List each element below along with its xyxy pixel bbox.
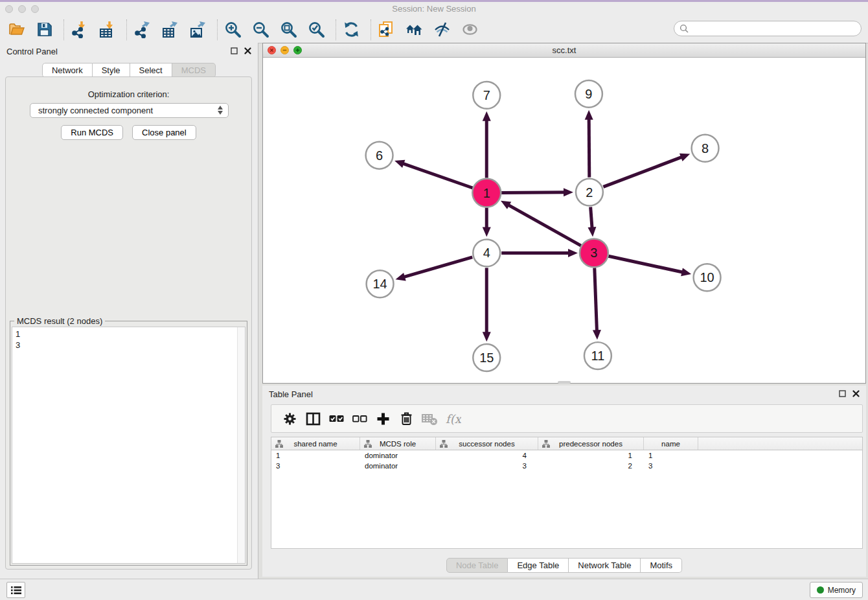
edge-arrow-4-15 <box>483 332 491 341</box>
mcds-result-text: 1 3 <box>12 327 245 352</box>
export-table-icon[interactable] <box>160 20 179 40</box>
cell-MCDS-role[interactable]: dominator <box>360 450 436 461</box>
cell-name[interactable]: 1 <box>644 450 698 461</box>
tab-network[interactable]: Network <box>42 63 93 78</box>
edge-arrow-1-6 <box>394 160 405 168</box>
tab-motifs[interactable]: Motifs <box>641 558 682 573</box>
close-panel-button[interactable]: Close panel <box>132 125 196 140</box>
mcds-result-area[interactable]: 1 3 <box>12 327 246 564</box>
table-row-1[interactable]: 1dominator411 <box>271 450 862 461</box>
tab-style[interactable]: Style <box>93 63 130 78</box>
zoom-in-icon[interactable] <box>223 20 242 40</box>
edge-arrow-3-10 <box>681 268 691 277</box>
tab-network-table[interactable]: Network Table <box>569 558 641 573</box>
function-builder-icon: f(x) <box>441 409 464 428</box>
edge-2-9[interactable] <box>589 119 589 178</box>
tab-select[interactable]: Select <box>130 63 172 78</box>
column-header-successor-nodes[interactable]: successor nodes <box>436 437 538 450</box>
result-scrollbar[interactable] <box>237 327 245 563</box>
table-row-2[interactable]: 3dominator323 <box>271 461 862 471</box>
import-network-icon[interactable] <box>69 20 89 40</box>
edge-3-11[interactable] <box>595 268 597 331</box>
graph-node-1[interactable]: 1 <box>472 179 501 207</box>
edge-3-10[interactable] <box>608 256 683 272</box>
splitter-handle[interactable] <box>558 381 571 384</box>
status-bar: Memory <box>0 579 868 600</box>
float-panel-icon[interactable] <box>231 47 238 54</box>
cell-successor-nodes[interactable]: 4 <box>436 450 538 461</box>
graph-node-11[interactable]: 11 <box>584 342 611 369</box>
column-header-shared-name[interactable]: shared name <box>271 437 360 450</box>
graph-node-3[interactable]: 3 <box>580 238 608 267</box>
network-view-window: scc.txt 7968124314101511 <box>262 43 866 384</box>
zoom-selected-icon[interactable] <box>306 20 326 40</box>
add-column-icon[interactable] <box>371 409 394 428</box>
control-panel-title: Control Panel <box>6 47 58 56</box>
dropdown-stepper-icon <box>218 106 223 115</box>
edge-arrow-1-2 <box>564 188 573 196</box>
column-header-MCDS-role[interactable]: MCDS role <box>360 437 436 450</box>
network-canvas[interactable]: 7968124314101511 <box>263 58 865 383</box>
edge-3-1[interactable] <box>508 205 581 246</box>
application-window: Session: New Session Control Panel Netwo… <box>0 0 868 600</box>
float-table-panel-icon[interactable] <box>839 390 846 397</box>
select-all-icon[interactable] <box>325 409 348 428</box>
export-network-icon[interactable] <box>132 20 152 40</box>
graph-node-6[interactable]: 6 <box>366 142 393 169</box>
edge-1-6[interactable] <box>402 163 472 188</box>
cell-name[interactable]: 3 <box>644 461 698 471</box>
control-panel: Control Panel NetworkStyleSelectMCDS Opt… <box>0 43 258 579</box>
tab-node-table[interactable]: Node Table <box>446 558 508 573</box>
search-box[interactable] <box>674 21 862 36</box>
graph-node-14[interactable]: 14 <box>367 270 394 297</box>
hide-selected-icon[interactable] <box>432 20 451 40</box>
run-mcds-button[interactable]: Run MCDS <box>61 125 123 140</box>
criterion-dropdown[interactable]: strongly connected component <box>30 103 229 118</box>
search-input[interactable] <box>689 22 861 35</box>
memory-button[interactable]: Memory <box>810 582 863 598</box>
column-header-name[interactable]: name <box>644 437 698 450</box>
task-manager-button[interactable] <box>6 582 25 598</box>
edge-1-2[interactable] <box>501 192 565 193</box>
graph-node-8[interactable]: 8 <box>692 135 719 162</box>
app-title: Session: New Session <box>0 4 868 14</box>
open-session-icon[interactable] <box>6 20 26 40</box>
cell-predecessor-nodes[interactable]: 2 <box>538 461 644 471</box>
cell-shared-name[interactable]: 1 <box>271 450 360 461</box>
network-window-titlebar[interactable]: scc.txt <box>263 43 865 58</box>
first-neighbors-icon[interactable] <box>404 20 424 40</box>
cell-successor-nodes[interactable]: 3 <box>436 461 538 471</box>
refresh-layout-icon[interactable] <box>341 20 361 40</box>
network-graph[interactable]: 7968124314101511 <box>263 58 865 383</box>
tab-mcds[interactable]: MCDS <box>172 63 216 78</box>
settings-icon[interactable] <box>278 409 301 428</box>
cell-shared-name[interactable]: 3 <box>271 461 360 471</box>
delete-column-icon[interactable] <box>394 409 418 428</box>
edge-4-14[interactable] <box>404 257 472 277</box>
graph-node-4[interactable]: 4 <box>473 239 500 266</box>
show-all-icon[interactable] <box>460 20 479 40</box>
split-view-icon[interactable] <box>301 409 325 428</box>
column-header-predecessor-nodes[interactable]: predecessor nodes <box>538 437 644 450</box>
edge-arrow-1-7 <box>483 111 491 121</box>
close-panel-icon[interactable] <box>244 47 251 54</box>
tab-edge-table[interactable]: Edge Table <box>508 558 569 573</box>
zoom-fit-icon[interactable] <box>279 20 298 40</box>
graph-node-9[interactable]: 9 <box>575 80 602 108</box>
search-icon <box>680 24 689 33</box>
graph-node-15[interactable]: 15 <box>473 344 500 371</box>
zoom-out-icon[interactable] <box>251 20 270 40</box>
edge-2-3[interactable] <box>591 207 592 228</box>
graph-node-7[interactable]: 7 <box>473 82 500 109</box>
close-table-panel-icon[interactable] <box>852 390 860 397</box>
cell-predecessor-nodes[interactable]: 1 <box>538 450 644 461</box>
import-table-icon[interactable] <box>97 20 117 40</box>
graph-node-2[interactable]: 2 <box>576 179 603 206</box>
edge-2-8[interactable] <box>603 157 682 187</box>
save-session-icon[interactable] <box>34 20 54 40</box>
export-image-icon[interactable] <box>188 20 207 40</box>
new-network-from-selection-icon[interactable] <box>376 20 396 40</box>
cell-MCDS-role[interactable]: dominator <box>360 461 436 471</box>
deselect-all-icon[interactable] <box>348 409 371 428</box>
graph-node-10[interactable]: 10 <box>694 264 721 291</box>
